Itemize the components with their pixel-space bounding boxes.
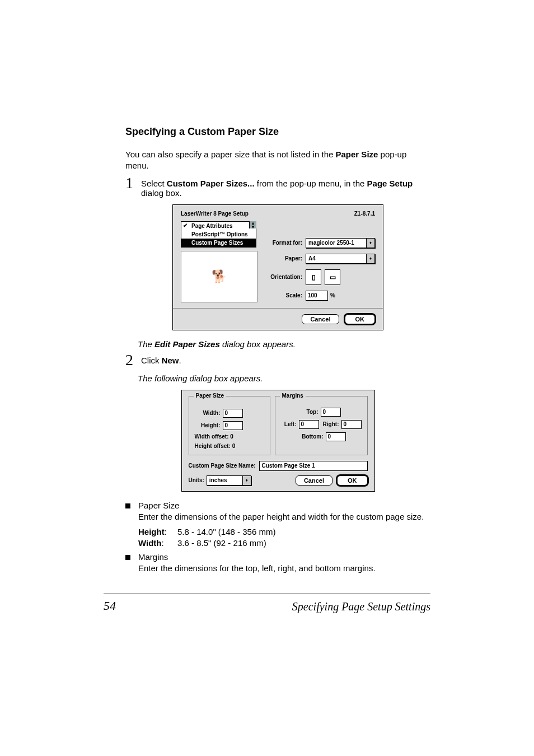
- spec-table: Height:5.8 - 14.0" (148 - 356 mm) Width:…: [138, 527, 430, 548]
- t: Custom Paper Sizes...: [167, 179, 255, 188]
- ok-button[interactable]: OK: [337, 475, 368, 486]
- bullet-body: Enter the dimensions of the paper height…: [138, 511, 430, 522]
- t: .: [179, 356, 181, 365]
- t: Page Setup: [367, 179, 413, 188]
- footer-title: Specifying Page Setup Settings: [292, 600, 430, 613]
- t: dialog box appears.: [220, 339, 296, 349]
- width-label: Width:: [195, 410, 221, 416]
- step-1-text: Select Custom Paper Sizes... from the po…: [141, 175, 430, 198]
- section-popup[interactable]: ▴▾ ✔Page Attributes PostScript™ Options …: [181, 221, 256, 248]
- intro-paragraph: You can also specify a paper size that i…: [125, 149, 430, 172]
- list-item[interactable]: PostScript™ Options: [181, 230, 256, 239]
- right-label: Right:: [319, 421, 339, 427]
- t: 5.8 - 14.0" (148 - 356 mm): [177, 527, 275, 536]
- dialog-version: Z1-8.7.1: [354, 211, 375, 217]
- top-input[interactable]: 0: [321, 408, 341, 417]
- t: New: [162, 356, 179, 365]
- bullet-title: Margins: [138, 552, 168, 562]
- top-label: Top:: [302, 409, 318, 415]
- t: A4: [308, 255, 316, 262]
- caption-2: The following dialog box appears.: [138, 374, 430, 383]
- bullet-title: Paper Size: [138, 501, 179, 510]
- step-number-2: 2: [125, 352, 138, 368]
- orientation-landscape-button[interactable]: ▭: [325, 269, 340, 285]
- t: Click: [141, 356, 162, 365]
- list-item-selected[interactable]: Custom Page Sizes: [181, 239, 256, 247]
- units-label: Units:: [189, 477, 204, 483]
- bullet-body: Enter the dimensions for the top, left, …: [138, 563, 430, 574]
- preview-icon: 🐕: [181, 251, 257, 302]
- edit-paper-sizes-dialog: Paper Size Width:0 Height:0 Width offset…: [181, 390, 375, 492]
- scale-label: Scale:: [262, 292, 302, 298]
- section-heading: Specifying a Custom Paper Size: [125, 126, 430, 138]
- height-input[interactable]: 0: [223, 421, 243, 430]
- orientation-portrait-button[interactable]: ▯: [306, 269, 321, 285]
- ok-button[interactable]: OK: [345, 314, 376, 324]
- height-label: Height:: [195, 422, 221, 428]
- t: from the pop-up menu, in the: [255, 179, 367, 188]
- custom-name-input[interactable]: Custom Page Size 1: [259, 461, 368, 471]
- paper-label: Paper:: [262, 255, 302, 262]
- bottom-label: Bottom:: [297, 433, 324, 440]
- t: Select: [141, 179, 167, 188]
- left-label: Left:: [281, 421, 297, 427]
- format-for-label: Format for:: [262, 240, 302, 246]
- right-input[interactable]: 0: [341, 420, 362, 429]
- orientation-label: Orientation:: [262, 274, 302, 280]
- bullet-paper-size: Paper Size: [125, 501, 430, 510]
- cancel-button[interactable]: Cancel: [302, 314, 339, 324]
- t: inches: [209, 477, 227, 483]
- t: magicolor 2550-1: [308, 240, 354, 246]
- margins-group: Margins Top:0 Left:0 Right:0 Bottom:0: [275, 396, 368, 455]
- scale-unit: %: [330, 292, 335, 298]
- custom-name-label: Custom Page Size Name:: [189, 463, 256, 469]
- units-select[interactable]: inches♦: [207, 475, 251, 486]
- left-input[interactable]: 0: [299, 420, 319, 429]
- page-setup-dialog: LaserWriter 8 Page Setup Z1-8.7.1 ▴▾ ✔Pa…: [172, 204, 383, 330]
- format-for-select[interactable]: magicolor 2550-1♦: [306, 238, 375, 248]
- check-icon: ✔: [183, 222, 188, 228]
- t: Width: [138, 538, 162, 548]
- intro-bold: Paper Size: [336, 150, 378, 159]
- width-input[interactable]: 0: [223, 409, 243, 418]
- t: 3.6 - 8.5" (92 - 216 mm): [177, 538, 266, 548]
- cancel-button[interactable]: Cancel: [296, 475, 332, 486]
- caption-1: The Edit Paper Sizes dialog box appears.: [138, 339, 430, 349]
- width-offset-label: Width offset: 0: [195, 433, 264, 440]
- dialog-title: LaserWriter 8 Page Setup: [181, 211, 249, 217]
- t: The: [138, 339, 154, 349]
- bullet-icon: [125, 503, 130, 508]
- scale-input[interactable]: 100: [306, 291, 328, 301]
- chevron-updown-icon: ♦: [366, 239, 374, 248]
- intro-pre: You can also specify a paper size that i…: [125, 150, 336, 159]
- bottom-input[interactable]: 0: [326, 432, 346, 441]
- step-2: 2 Click New.: [125, 352, 430, 368]
- chevron-updown-icon: ♦: [366, 254, 374, 263]
- bullet-icon: [125, 555, 130, 560]
- t: Height: [138, 527, 165, 536]
- group-title: Margins: [280, 393, 306, 399]
- step-number-1: 1: [125, 175, 138, 198]
- bullet-margins: Margins: [125, 552, 430, 562]
- t: dialog box.: [141, 188, 182, 198]
- paper-select[interactable]: A4♦: [306, 254, 375, 264]
- page-number: 54: [104, 599, 116, 613]
- page-footer: 54 Specifying Page Setup Settings: [104, 594, 430, 613]
- height-offset-label: Height offset: 0: [195, 443, 264, 449]
- paper-size-group: Paper Size Width:0 Height:0 Width offset…: [189, 396, 270, 455]
- group-title: Paper Size: [194, 393, 227, 399]
- t: Page Attributes: [191, 223, 233, 229]
- step-1: 1 Select Custom Paper Sizes... from the …: [125, 175, 430, 198]
- chevron-updown-icon: ♦: [242, 476, 251, 485]
- dog-icon: 🐕: [212, 269, 227, 284]
- list-item[interactable]: ✔Page Attributes: [181, 222, 256, 230]
- step-2-text: Click New.: [141, 352, 430, 368]
- t: Edit Paper Sizes: [154, 339, 220, 349]
